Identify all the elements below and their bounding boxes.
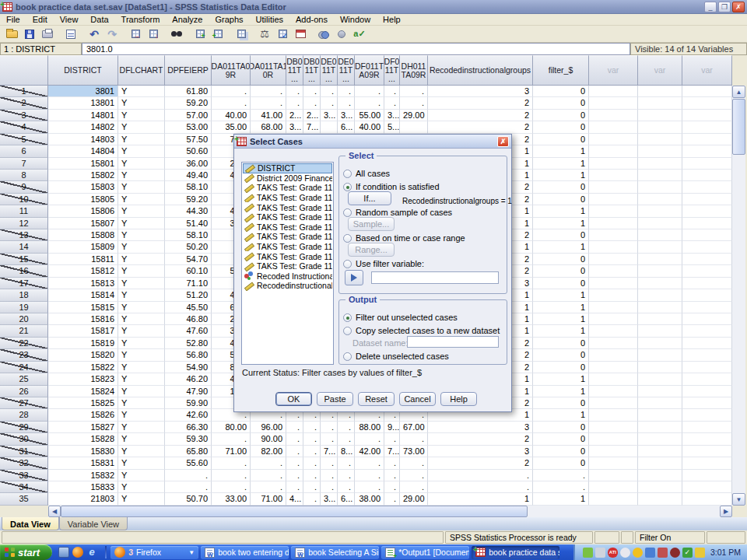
cell[interactable]: [682, 254, 732, 265]
column-header-var[interactable]: var: [638, 55, 682, 86]
cell[interactable]: 15828: [48, 433, 118, 445]
row-header-4[interactable]: 4: [0, 121, 48, 133]
cell[interactable]: Y: [118, 373, 165, 385]
row-header-29[interactable]: 29: [0, 422, 48, 433]
cell[interactable]: 3: [428, 446, 533, 457]
row-header-26[interactable]: 26: [0, 386, 48, 397]
if-button[interactable]: If...: [348, 191, 391, 205]
cell[interactable]: .: [286, 470, 303, 481]
cell[interactable]: 15814: [48, 289, 118, 301]
cell[interactable]: [638, 493, 682, 505]
variable-list-item[interactable]: DISTRICT: [243, 163, 332, 173]
cell[interactable]: [638, 325, 682, 337]
cell[interactable]: [682, 145, 732, 157]
cell[interactable]: 40.00: [212, 110, 251, 121]
cell[interactable]: [638, 349, 682, 361]
cell[interactable]: 15801: [48, 158, 118, 170]
cell[interactable]: Y: [118, 313, 165, 325]
cell[interactable]: [589, 313, 638, 325]
cell[interactable]: 2: [428, 121, 533, 133]
variable-list-item[interactable]: TAKS Test: Grade 11 F...: [243, 251, 332, 261]
cell[interactable]: 9...: [384, 422, 400, 433]
value-labels-icon[interactable]: [292, 27, 309, 41]
horizontal-scrollbar[interactable]: ◀ ▶: [48, 506, 732, 517]
cell[interactable]: 51.40: [165, 218, 212, 229]
minimize-button[interactable]: _: [704, 2, 717, 12]
cell[interactable]: .: [384, 433, 400, 445]
cell[interactable]: 0: [533, 397, 589, 409]
cell[interactable]: [638, 134, 682, 145]
cell[interactable]: [682, 97, 732, 109]
cell[interactable]: [638, 205, 682, 217]
cell[interactable]: 0: [533, 446, 589, 457]
cell[interactable]: [638, 254, 682, 265]
cell[interactable]: [682, 205, 732, 217]
cell[interactable]: .: [533, 481, 589, 493]
cell[interactable]: 3...: [338, 110, 355, 121]
cell[interactable]: Y: [118, 205, 165, 217]
variable-list-item[interactable]: TAKS Test: Grade 11 A...: [243, 193, 332, 203]
cell[interactable]: 7...: [321, 446, 338, 457]
messenger-icon[interactable]: [620, 548, 630, 558]
cell[interactable]: 15824: [48, 386, 118, 397]
radio-delete-unselected[interactable]: Delete unselected cases: [343, 352, 449, 361]
cell[interactable]: [589, 457, 638, 469]
menu-graphs[interactable]: Graphs: [209, 14, 249, 25]
ok-button[interactable]: OK: [275, 392, 312, 406]
cell[interactable]: Y: [118, 86, 165, 97]
row-header-25[interactable]: 25: [0, 373, 48, 385]
cell[interactable]: 3...: [384, 110, 400, 121]
cell[interactable]: 88.00: [355, 422, 384, 433]
cell[interactable]: .: [321, 470, 338, 481]
menu-analyze[interactable]: Analyze: [166, 14, 209, 25]
cell[interactable]: 15820: [48, 349, 118, 361]
cell[interactable]: 46.20: [165, 373, 212, 385]
cell[interactable]: [638, 97, 682, 109]
cell[interactable]: 3...: [321, 493, 338, 505]
column-header-db011t[interactable]: DB0 11T ...: [286, 55, 303, 86]
cell[interactable]: [589, 229, 638, 241]
cell[interactable]: 54.70: [165, 254, 212, 265]
cell[interactable]: .: [338, 97, 355, 109]
cell[interactable]: [589, 446, 638, 457]
row-header-20[interactable]: 20: [0, 313, 48, 325]
cell[interactable]: [589, 241, 638, 253]
row-header-34[interactable]: 34: [0, 481, 48, 493]
scroll-left-button[interactable]: ◀: [48, 506, 61, 517]
cell[interactable]: [638, 481, 682, 493]
sync-icon[interactable]: [670, 548, 680, 558]
cell[interactable]: .: [384, 481, 400, 493]
cell[interactable]: .: [303, 457, 321, 469]
cell[interactable]: [589, 422, 638, 433]
cell[interactable]: [589, 433, 638, 445]
cell[interactable]: 15806: [48, 205, 118, 217]
cell[interactable]: .: [338, 470, 355, 481]
goto-variable-icon[interactable]: ↓: [145, 27, 162, 41]
cell[interactable]: 45.50: [165, 302, 212, 313]
cell[interactable]: 52.80: [165, 338, 212, 349]
row-header-11[interactable]: 11: [0, 205, 48, 217]
cell[interactable]: .: [428, 470, 533, 481]
cell[interactable]: .: [400, 433, 428, 445]
cell[interactable]: Y: [118, 134, 165, 145]
find-icon[interactable]: [168, 27, 185, 41]
cell[interactable]: 13801: [48, 97, 118, 109]
cell[interactable]: Y: [118, 289, 165, 301]
cell[interactable]: [638, 265, 682, 277]
menu-view[interactable]: View: [54, 14, 85, 25]
taskbar-button-book-two-entering-da-[interactable]: book two entering da...: [201, 546, 289, 559]
cell[interactable]: .: [303, 422, 321, 433]
taskbar-button-book-selecting-a-singl-[interactable]: book Selecting A Singl...: [291, 546, 379, 559]
cell[interactable]: .: [212, 97, 251, 109]
radio-circle[interactable]: [343, 313, 352, 322]
row-header-23[interactable]: 23: [0, 349, 48, 361]
start-button[interactable]: start: [0, 544, 52, 560]
cell[interactable]: Y: [118, 493, 165, 505]
cell[interactable]: 0: [533, 349, 589, 361]
cell[interactable]: 2: [428, 97, 533, 109]
cell[interactable]: .: [212, 481, 251, 493]
column-header-var[interactable]: var: [682, 55, 732, 86]
select-cases-icon[interactable]: ✓: [274, 27, 291, 41]
cell[interactable]: Y: [118, 265, 165, 277]
cell[interactable]: 15832: [48, 470, 118, 481]
